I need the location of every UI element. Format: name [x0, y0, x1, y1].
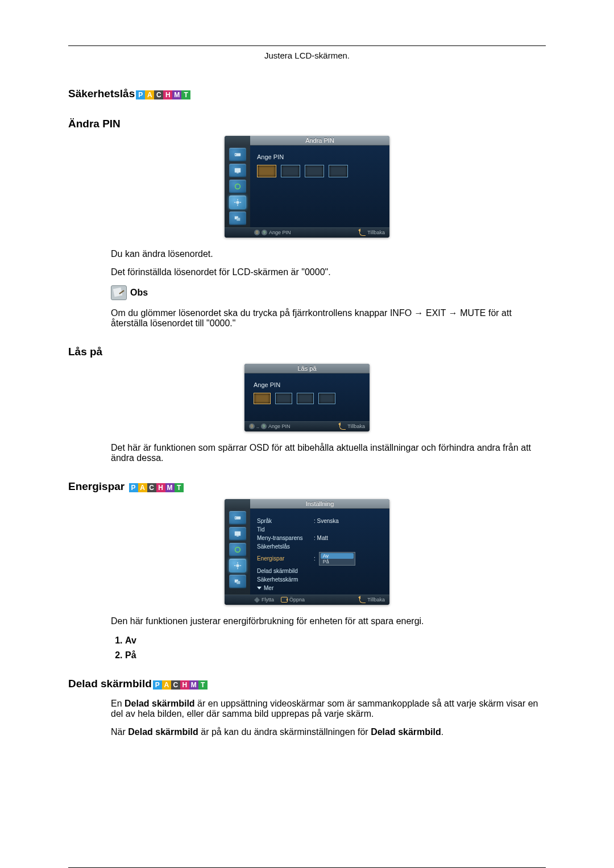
row-time[interactable]: Tid: [257, 525, 383, 534]
badge-group: PACHMT: [153, 678, 208, 691]
enter-pin-label: Ange PIN: [254, 381, 360, 388]
svg-point-1: [235, 154, 236, 155]
sidebar-multi-icon: [229, 575, 246, 588]
badge-group: PACHMT: [136, 88, 190, 101]
badge-p: P: [153, 680, 162, 690]
enter-icon: [281, 597, 288, 603]
footer-enter-pin: Ange PIN: [268, 423, 291, 429]
badge-t: T: [181, 90, 190, 99]
change-pin-osd: Ändra PIN Ange PIN 09Ange PIN: [225, 136, 389, 238]
settings-osd: Inställning Språk: Svenska Tid Meny-tran…: [225, 499, 389, 605]
energispar-options[interactable]: Av På: [319, 552, 355, 566]
svg-rect-23: [237, 581, 240, 584]
option-on: På: [125, 650, 546, 661]
osd-sidebar: [225, 146, 250, 227]
footer-back: Tillbaka: [347, 423, 365, 429]
note-icon: [111, 285, 127, 300]
lock-on-body: Det här är funktionen som spärrar OSD fö…: [111, 443, 546, 463]
lock-on-osd: Lås på Ange PIN 0..9Ange PIN Tillbaka: [244, 364, 370, 431]
option-off: Av: [125, 636, 546, 646]
badge-c: C: [147, 483, 156, 492]
pin-input-group: [257, 165, 383, 177]
pin-digit-2[interactable]: [275, 393, 292, 404]
pin-digit-2[interactable]: [281, 165, 300, 177]
pin-digit-4[interactable]: [318, 393, 335, 404]
row-video-wall[interactable]: Delad skärmbild: [257, 567, 383, 575]
svg-rect-14: [234, 531, 240, 536]
badge-m: M: [165, 483, 175, 492]
osd-title: Ändra PIN: [250, 136, 389, 146]
pin-digit-4[interactable]: [329, 165, 348, 177]
sidebar-sound-icon: [229, 180, 246, 193]
svg-rect-2: [234, 168, 240, 173]
badge-h: H: [156, 483, 165, 492]
videowall-heading: Delad skärmbildPACHMT: [68, 678, 546, 691]
badge-a: A: [145, 90, 154, 99]
footer-open: Öppna: [289, 597, 305, 603]
badge-t: T: [175, 483, 184, 492]
osd-footer: 09Ange PIN Tillbaka: [225, 227, 389, 238]
heading-text: Delad skärmbild: [68, 678, 152, 690]
pin-digit-1[interactable]: [254, 393, 271, 404]
badge-c: C: [154, 90, 163, 99]
footer-move: Flytta: [262, 597, 274, 603]
badge-p: P: [136, 90, 145, 99]
videowall-p1: En Delad skärmbild är en uppsättning vid…: [111, 699, 546, 719]
return-icon: [339, 423, 346, 430]
energy-heading: Energispar PACHMT: [68, 480, 546, 493]
badge-m: M: [189, 680, 198, 690]
heading-text: Säkerhetslås: [68, 88, 135, 99]
badge-t: T: [198, 680, 208, 690]
osd-footer: 0..9Ange PIN Tillbaka: [244, 421, 370, 431]
osd-title: Inställning: [250, 499, 389, 509]
svg-rect-3: [237, 172, 239, 173]
lock-on-heading: Lås på: [68, 346, 546, 358]
svg-rect-15: [237, 535, 239, 536]
sidebar-setup-icon: [229, 559, 246, 572]
pin-digit-3[interactable]: [297, 393, 314, 404]
sidebar-picture-icon: [229, 527, 246, 541]
dpad-icon: [254, 597, 260, 603]
energy-options-list: Av På: [68, 636, 546, 661]
option-on[interactable]: På: [323, 559, 351, 564]
svg-point-17: [236, 564, 239, 567]
option-off[interactable]: Av: [321, 553, 354, 559]
osd-sidebar: [225, 509, 250, 595]
badge-h: H: [180, 680, 189, 690]
svg-rect-11: [237, 218, 240, 221]
pin-digit-1[interactable]: [257, 165, 276, 177]
sidebar-picture-icon: [229, 164, 246, 177]
heading-text: Energispar: [68, 480, 125, 492]
badge-p: P: [129, 483, 138, 492]
svg-point-13: [235, 517, 236, 518]
badge-m: M: [172, 90, 181, 99]
energy-body: Den här funktionen justerar energiförbru…: [111, 616, 546, 626]
return-icon: [359, 230, 366, 236]
badge-group: PACHMT: [129, 481, 184, 493]
sidebar-input-icon: [229, 148, 246, 161]
note-body: Om du glömmer lösenordet ska du trycka p…: [111, 308, 546, 329]
osd-title: Lås på: [244, 364, 370, 373]
sidebar-setup-icon: [229, 196, 246, 209]
sidebar-sound-icon: [229, 543, 246, 556]
footer-back: Tillbaka: [367, 230, 385, 235]
pin-digit-3[interactable]: [305, 165, 324, 177]
sidebar-input-icon: [229, 511, 246, 525]
row-safety-screen[interactable]: Säkerhetsskärm: [257, 575, 383, 584]
osd-footer: Flytta Öppna Tillbaka: [225, 595, 389, 605]
row-language[interactable]: Språk: Svenska: [257, 517, 383, 525]
pin-input-group: [254, 393, 360, 404]
row-more[interactable]: Mer: [257, 584, 383, 592]
badge-a: A: [162, 680, 171, 690]
row-menu-transparency[interactable]: Meny-transparens: Matt: [257, 534, 383, 542]
row-energispar[interactable]: Energispar : Av På: [257, 551, 383, 567]
svg-point-5: [236, 201, 239, 203]
badge-c: C: [171, 680, 180, 690]
svg-point-16: [235, 547, 240, 553]
svg-point-4: [235, 184, 240, 189]
badge-h: H: [163, 90, 172, 99]
change-pin-heading: Ändra PIN: [68, 118, 546, 130]
return-icon: [359, 597, 366, 603]
row-safety-lock[interactable]: Säkerhetslås: [257, 542, 383, 551]
page-header: Justera LCD-skärmen.: [68, 46, 546, 65]
